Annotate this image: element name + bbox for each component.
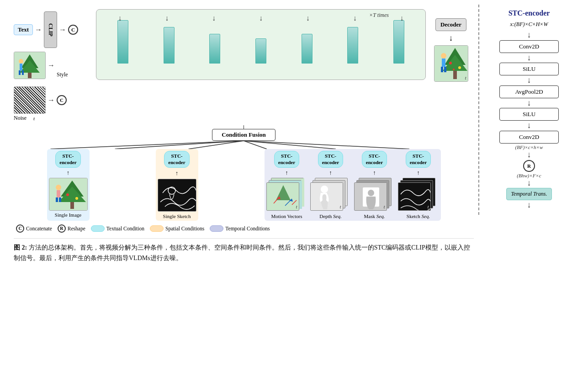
- sketch-t-indicator: t: [428, 204, 429, 209]
- up-arrow-3: ↑: [285, 169, 288, 176]
- sketch-seq-img: t: [398, 178, 439, 212]
- depth-front-svg: [311, 183, 343, 211]
- svg-point-18: [453, 69, 455, 70]
- svg-point-29: [56, 185, 61, 190]
- noise-labels: Noise t: [14, 115, 35, 122]
- svg-rect-7: [22, 70, 24, 75]
- stc-arrow-6: ↓: [527, 178, 531, 188]
- top-row: Text → CLIP → C: [14, 9, 474, 122]
- up-arrow-5: ↑: [373, 169, 376, 176]
- block-3: [209, 34, 220, 64]
- single-sketch-group: STC-encoder ↑: [156, 149, 198, 221]
- mask-seq-img: t: [354, 178, 395, 212]
- stc-silu-2: SiLU: [499, 108, 559, 121]
- single-sketch-label: Single Sketch: [163, 213, 191, 219]
- stc-encoder-4: STC-encoder: [318, 151, 343, 168]
- fanout-lines: [14, 141, 474, 149]
- arrows-top: ↓ ↓ ↓ ↓ ↓ ↓ ↓: [96, 14, 425, 22]
- output-image: t: [434, 45, 468, 82]
- legend-r-icon: R: [58, 224, 66, 233]
- svg-rect-32: [59, 197, 61, 202]
- svg-rect-30: [57, 190, 60, 197]
- svg-point-33: [66, 193, 69, 196]
- mask-t-indicator: t: [384, 204, 385, 209]
- svg-point-17: [458, 66, 461, 69]
- stc-conv2d-2: Conv2D: [499, 131, 559, 144]
- block-7: [393, 20, 404, 64]
- arrow-down-7: ↓: [400, 14, 403, 22]
- svg-point-16: [449, 62, 452, 64]
- svg-rect-5: [20, 64, 22, 70]
- bottom-section: STC-encoder ↑: [14, 149, 474, 233]
- legend-c-icon: C: [16, 224, 24, 233]
- fig-label: 图 2:: [14, 244, 27, 251]
- mask-front-svg: [355, 183, 387, 211]
- vldm-column: ×T times ↓ ↓ ↓ ↓ ↓ ↓ ↓: [96, 9, 426, 80]
- legend-concatenate-label: Concatenate: [26, 226, 52, 231]
- line-to-cf: [244, 125, 244, 129]
- fanout-svg: [14, 141, 474, 149]
- svg-rect-31: [56, 197, 58, 202]
- mask-seq-label: Mask Seq.: [364, 213, 385, 219]
- arrow-text-clip: →: [35, 26, 42, 34]
- sketch-seq-group: STC-encoder ↑: [398, 151, 439, 219]
- legend-temporal: Temporal Conditions: [210, 225, 270, 232]
- left-diagram: Text → CLIP → C: [9, 5, 478, 268]
- stc-arrow-1: ↓: [527, 53, 531, 63]
- svg-point-52: [321, 186, 328, 193]
- stc-conv2d-1: Conv2D: [499, 40, 559, 53]
- legend-temporal-label: Temporal Conditions: [225, 226, 270, 231]
- block-1: [117, 20, 128, 64]
- stc-encoder-3: STC-encoder: [274, 151, 299, 168]
- single-sketch-img: [158, 179, 196, 212]
- stc-flow: ↓ Conv2D ↓ SiLU ↓ AvgPool2D ↓ SiLU ↓ Con…: [486, 30, 572, 210]
- stc-temporal-label: Temporal Trans.: [511, 191, 547, 197]
- arrow-down-2: ↓: [165, 14, 169, 22]
- concatenate-circle-1: C: [68, 25, 78, 35]
- style-image: [14, 52, 46, 79]
- arrow-clip-c1: →: [59, 26, 66, 34]
- svg-rect-13: [442, 59, 445, 67]
- depth-t-indicator: t: [340, 204, 341, 209]
- svg-rect-15: [444, 67, 446, 72]
- svg-point-55: [368, 190, 374, 196]
- legend-textual: Textual Condition: [91, 225, 144, 232]
- middle-section: Condition Fusion: [14, 125, 474, 149]
- stc-arrow-4: ↓: [527, 121, 531, 131]
- stc-formula-after: (Bhw)×F×c: [517, 173, 541, 178]
- caption-text: 方法的总体架构。首先，将视频分解为三种条件，包括文本条件、空间条件和时间条件。然…: [14, 244, 470, 262]
- stc-arrow-3: ↓: [527, 98, 531, 108]
- mask-seq-group: STC-encoder ↑: [354, 151, 395, 219]
- arrow-down-3: ↓: [212, 14, 216, 22]
- single-image-svg: [49, 178, 88, 211]
- sketch-front-svg: [398, 183, 431, 211]
- stc-encoder-title: STC-encoder: [509, 9, 550, 17]
- arrow-down-1: ↓: [118, 14, 122, 22]
- motion-vectors-label: Motion Vectors: [271, 213, 302, 219]
- arrow-noise: →: [48, 96, 55, 104]
- sketch-front: t: [398, 182, 431, 211]
- legend-reshape-label: Reshape: [68, 226, 85, 231]
- arrow-down-5: ↓: [306, 14, 310, 22]
- block-5: [302, 34, 313, 64]
- svg-line-24: [244, 141, 410, 149]
- input-column: Text → CLIP → C: [14, 9, 94, 122]
- vldm-box: ×T times ↓ ↓ ↓ ↓ ↓ ↓ ↓: [96, 9, 426, 80]
- motion-vectors-img: t: [266, 178, 307, 212]
- svg-point-34: [75, 197, 78, 200]
- stc-avgpool: AvgPool2D: [499, 85, 559, 98]
- svg-rect-35: [158, 179, 196, 212]
- stc-encoder-6: STC-encoder: [406, 151, 431, 168]
- style-svg: [14, 52, 45, 79]
- stc-formula-mid: (BF)×c×h×w: [515, 144, 543, 150]
- stc-arrow-0: ↓: [527, 30, 531, 40]
- temporal-group: STC-encoder ↑: [265, 149, 441, 221]
- noise-row: → C: [14, 86, 67, 114]
- stc-arrow-7: ↓: [527, 200, 531, 210]
- depth-seq-group: STC-encoder ↑: [310, 151, 351, 219]
- diagram-wrapper: Text → CLIP → C: [14, 9, 474, 233]
- output-svg: [434, 46, 468, 82]
- temporal-swatch: [210, 225, 223, 232]
- encoders-row: STC-encoder ↑: [14, 149, 474, 221]
- caption-area: 图 2: 方法的总体架构。首先，将视频分解为三种条件，包括文本条件、空间条件和时…: [14, 238, 474, 264]
